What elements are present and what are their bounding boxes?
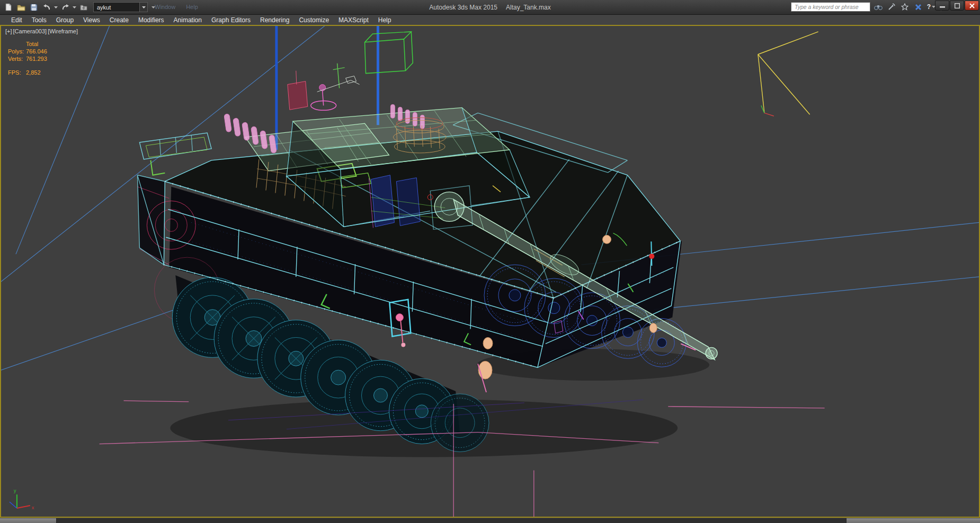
maximize-button[interactable] [950, 1, 964, 11]
minimize-icon [940, 3, 945, 8]
light-gizmo[interactable] [758, 32, 818, 116]
minimize-button[interactable] [935, 1, 949, 11]
ghost-menu: Window Help [155, 4, 198, 10]
exchange-apps-button[interactable] [913, 2, 923, 12]
maximize-icon [955, 3, 960, 8]
project-folder-button[interactable] [78, 2, 90, 13]
viewport-nav-menu[interactable]: [+] [5, 28, 12, 34]
workspace-selector[interactable]: aykut [93, 2, 148, 12]
viewport-scene[interactable]: y x [1, 26, 979, 517]
max-window: aykut Window Help Autodesk 3ds Max 2015 … [0, 0, 980, 523]
stats-fps-label: FPS: [8, 69, 26, 76]
helper-cube[interactable] [365, 32, 413, 74]
viewport-camera-menu[interactable]: [Camera003] [13, 28, 47, 34]
search-button[interactable] [873, 2, 884, 12]
workspace-value: aykut [94, 3, 139, 12]
altay-tank-wireframe[interactable] [137, 64, 717, 457]
close-button[interactable] [965, 1, 979, 11]
menu-rendering[interactable]: Rendering [255, 15, 294, 25]
new-scene-button[interactable] [3, 2, 14, 13]
stats-total-label: Total [26, 40, 38, 48]
ghost-menu-item: Window [155, 4, 175, 10]
menu-maxscript[interactable]: MAXScript [334, 15, 373, 25]
title-bar: aykut Window Help Autodesk 3ds Max 2015 … [0, 0, 980, 15]
axis-x-label: x [32, 505, 34, 510]
viewport-label: [+] [Camera003] [Wireframe] [5, 28, 78, 34]
help-icon: ? [927, 3, 931, 11]
viewport-shading-menu[interactable]: [Wireframe] [48, 28, 78, 34]
communication-center-icon [888, 3, 895, 11]
infocenter: ? [791, 2, 943, 12]
menu-views[interactable]: Views [78, 15, 105, 25]
open-folder-icon [17, 4, 25, 11]
ghost-menu-item: Help [186, 4, 198, 10]
world-axis-gizmo: y x [10, 488, 34, 510]
menu-animation[interactable]: Animation [169, 15, 207, 25]
project-folder-icon [80, 4, 87, 11]
menu-edit[interactable]: Edit [6, 15, 27, 25]
stats-verts-value: 761.293 [26, 55, 47, 62]
track-bar[interactable] [56, 518, 847, 523]
redo-arrow-icon [61, 4, 69, 11]
favorites-star-icon [901, 3, 908, 11]
redo-button[interactable] [59, 2, 71, 13]
stats-fps-value: 2,852 [26, 69, 41, 76]
axis-y-label: y [14, 488, 16, 493]
new-scene-icon [5, 3, 12, 11]
undo-button[interactable] [41, 2, 52, 13]
workspace-dropdown-arrow[interactable] [139, 3, 147, 12]
menu-modifiers[interactable]: Modifiers [133, 15, 169, 25]
viewport-statistics: Total Polys:766.046 Verts:761.293 FPS:2,… [8, 40, 47, 76]
track-bar-left [0, 518, 56, 523]
undo-dropdown-arrow[interactable] [54, 2, 58, 13]
search-binoculars-icon [874, 4, 883, 10]
menu-create[interactable]: Create [105, 15, 133, 25]
search-input[interactable] [791, 2, 870, 12]
undo-arrow-icon [43, 4, 51, 11]
communication-center-button[interactable] [886, 2, 897, 12]
quick-access-toolbar: aykut [0, 2, 156, 13]
menu-help[interactable]: Help [373, 15, 396, 25]
title-file: Altay_Tank.max [506, 4, 551, 11]
menu-bar: Edit Tools Group Views Create Modifiers … [0, 15, 980, 25]
close-icon [969, 3, 975, 8]
stats-verts-label: Verts: [8, 55, 26, 62]
viewport-canvas[interactable]: y x [+] [Camera003] [Wireframe] Total Po… [1, 26, 979, 517]
track-bar-strip [0, 518, 980, 523]
window-controls [935, 1, 979, 11]
stats-polys-label: Polys: [8, 48, 26, 55]
menu-tools[interactable]: Tools [27, 15, 51, 25]
track-bar-right [847, 518, 980, 523]
menu-customize[interactable]: Customize [294, 15, 334, 25]
exchange-x-icon [915, 4, 922, 11]
menu-graph-editors[interactable]: Graph Editors [207, 15, 255, 25]
save-file-button[interactable] [28, 2, 40, 13]
title-app: Autodesk 3ds Max 2015 [429, 4, 497, 11]
open-file-button[interactable] [15, 2, 27, 13]
menu-group[interactable]: Group [51, 15, 78, 25]
viewport-frame: y x [+] [Camera003] [Wireframe] Total Po… [0, 25, 980, 518]
stats-polys-value: 766.046 [26, 48, 47, 55]
save-floppy-icon [30, 4, 38, 11]
redo-dropdown-arrow[interactable] [72, 2, 77, 13]
favorites-button[interactable] [899, 2, 910, 12]
